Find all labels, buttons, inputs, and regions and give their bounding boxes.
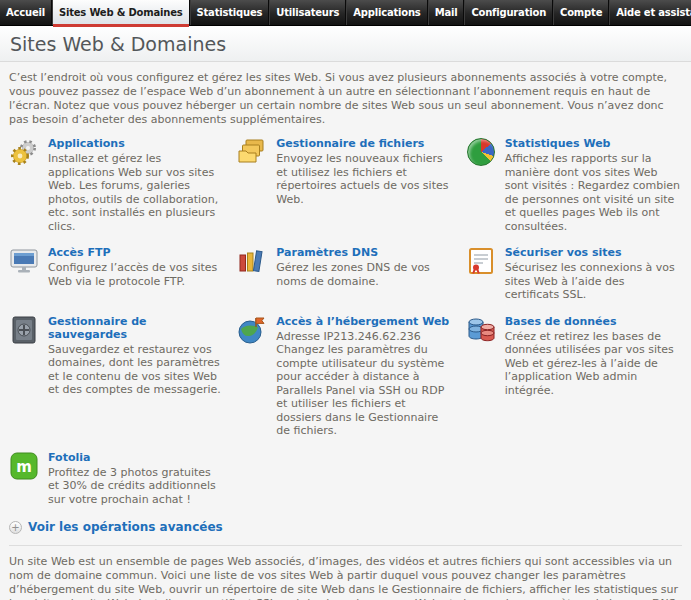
tab-utilisateurs[interactable]: Utilisateurs	[269, 0, 346, 25]
feature-fotolia: m Fotolia Profitez de 3 photos gratuites…	[9, 451, 225, 507]
feature-desc: Sécurisez les connexions à vos sites Web…	[505, 261, 682, 302]
books-icon	[237, 246, 267, 276]
globe-flag-icon	[237, 315, 267, 345]
feature-desc: Changez les paramètres du compte utilisa…	[276, 343, 453, 438]
pie-chart-icon	[467, 138, 495, 166]
expand-plus-icon: +	[9, 521, 22, 534]
tab-mail[interactable]: Mail	[428, 0, 465, 25]
databases-icon	[466, 315, 496, 345]
feature-title-file-manager[interactable]: Gestionnaire de fichiers	[276, 137, 453, 150]
main-content: C’est l’endroit où vous configurez et gé…	[0, 62, 691, 600]
tab-accueil[interactable]: Accueil	[0, 0, 52, 25]
feature-desc: Sauvegardez et restaurez vos domaines, d…	[48, 343, 225, 397]
advanced-operations-link[interactable]: + Voir les opérations avancées	[9, 520, 682, 534]
tab-statistiques[interactable]: Statistiques	[190, 0, 270, 25]
feature-title-fotolia[interactable]: Fotolia	[48, 451, 225, 464]
tab-compte[interactable]: Compte	[553, 0, 609, 25]
hosting-ip-address: Adresse IP213.246.62.236	[276, 330, 453, 344]
websites-description-paragraph: Un site Web est un ensemble de pages Web…	[9, 555, 682, 600]
advanced-operations-label: Voir les opérations avancées	[28, 520, 223, 534]
svg-text:m: m	[16, 458, 32, 476]
feature-title-secure-sites[interactable]: Sécuriser vos sites	[505, 246, 682, 259]
feature-hosting-access: Accès à l’hébergement Web Adresse IP213.…	[237, 315, 453, 438]
feature-title-applications[interactable]: Applications	[48, 137, 225, 150]
page-title: Sites Web & Domaines	[10, 33, 226, 55]
folders-icon	[237, 137, 267, 167]
feature-grid: Applications Installez et gérez les appl…	[9, 137, 682, 506]
feature-desc: Gérez les zones DNS de vos noms de domai…	[276, 261, 453, 288]
feature-desc: Profitez de 3 photos gratuites et 30% de…	[48, 466, 225, 507]
feature-title-backup-manager[interactable]: Gestionnaire de sauvegardes	[48, 315, 225, 341]
feature-title-databases[interactable]: Bases de données	[505, 315, 682, 328]
page-header: Sites Web & Domaines	[0, 26, 691, 62]
feature-web-statistics: Statistiques Web Affichez les rapports s…	[466, 137, 682, 233]
feature-desc: Configurez l’accès de vos sites Web via …	[48, 261, 225, 288]
feature-desc: Installez et gérez les applications Web …	[48, 152, 225, 233]
feature-desc: Créez et retirez les bases de données ut…	[505, 330, 682, 398]
feature-ftp-access: Accès FTP Configurez l’accès de vos site…	[9, 246, 225, 302]
certificate-icon	[466, 246, 496, 276]
monitor-icon	[9, 246, 39, 276]
feature-desc: Affichez les rapports sur la manière don…	[505, 152, 682, 233]
tab-aide[interactable]: Aide et assistance technique	[609, 0, 691, 25]
feature-title-hosting-access[interactable]: Accès à l’hébergement Web	[276, 315, 453, 328]
gears-icon	[9, 137, 39, 167]
feature-desc: Envoyez les nouveaux fichiers et utilise…	[276, 152, 453, 206]
safe-icon	[9, 315, 39, 345]
feature-secure-sites: Sécuriser vos sites Sécurisez les connex…	[466, 246, 682, 302]
section-divider	[9, 545, 682, 546]
intro-paragraph: C’est l’endroit où vous configurez et gé…	[9, 71, 682, 127]
feature-title-web-statistics[interactable]: Statistiques Web	[505, 137, 682, 150]
feature-title-ftp-access[interactable]: Accès FTP	[48, 246, 225, 259]
feature-applications: Applications Installez et gérez les appl…	[9, 137, 225, 233]
feature-dns-settings: Paramètres DNS Gérez les zones DNS de vo…	[237, 246, 453, 302]
top-navigation: Accueil Sites Web & Domaines Statistique…	[0, 0, 691, 26]
fotolia-logo-icon: m	[9, 451, 39, 481]
tab-applications[interactable]: Applications	[346, 0, 427, 25]
feature-databases: Bases de données Créez et retirez les ba…	[466, 315, 682, 438]
feature-file-manager: Gestionnaire de fichiers Envoyez les nou…	[237, 137, 453, 233]
feature-backup-manager: Gestionnaire de sauvegardes Sauvegardez …	[9, 315, 225, 438]
tab-sites-web-domaines[interactable]: Sites Web & Domaines	[52, 0, 190, 25]
feature-title-dns-settings[interactable]: Paramètres DNS	[276, 246, 453, 259]
tab-configuration[interactable]: Configuration	[464, 0, 553, 25]
